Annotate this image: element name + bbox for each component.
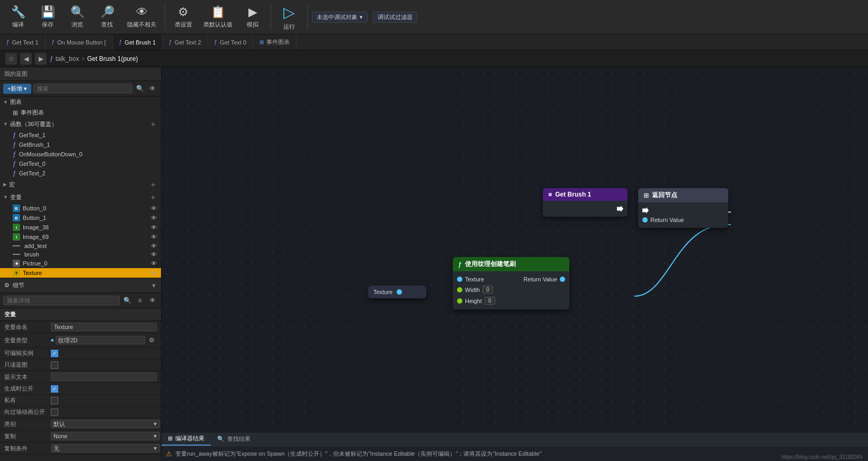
- browse-button[interactable]: 🔍 浏览: [64, 2, 91, 32]
- node-return[interactable]: ⊞ 返回节点 Return Value: [638, 188, 728, 228]
- sidebar-item-getText0[interactable]: ƒ GetText_0: [0, 159, 161, 169]
- node-return-icon: ⊞: [643, 192, 649, 199]
- var-eye-icon-4[interactable]: 👁: [151, 243, 157, 249]
- pin-texture-dot[interactable]: [457, 277, 462, 282]
- sidebar-item-getText1[interactable]: ƒ GetText_1: [0, 130, 161, 140]
- sidebar-item-event-graph[interactable]: ⊞ 事件图表: [0, 108, 161, 118]
- debug-filter-dropdown[interactable]: 未选中调试对象 ▾: [312, 12, 368, 23]
- view-options-icon[interactable]: 👁: [147, 83, 158, 94]
- add-variable-button[interactable]: +: [148, 192, 158, 202]
- prop-var-name-input[interactable]: [51, 323, 157, 331]
- prop-category-select[interactable]: 默认: [51, 420, 160, 428]
- find-button[interactable]: 🔎 查找: [93, 2, 121, 32]
- add-macro-button[interactable]: +: [148, 180, 158, 189]
- prop-expose-spawn-checkbox[interactable]: [51, 385, 58, 393]
- pin-exec-out[interactable]: [617, 206, 623, 212]
- debug-label[interactable]: 调试试过滤器: [373, 12, 417, 23]
- var-button1[interactable]: B Button_1 👁: [0, 213, 161, 223]
- var-type-settings-icon[interactable]: ⚙: [146, 335, 157, 345]
- breadcrumb-current: Get Brush 1(pure): [87, 55, 138, 63]
- compile-button[interactable]: 🔧 编译: [4, 2, 32, 32]
- node-create-brush[interactable]: ƒ 使用纹理创建笔刷 Texture Return Value: [453, 257, 569, 309]
- node-texture-out-pin[interactable]: [397, 289, 402, 295]
- tab-event-graph[interactable]: ⊞ 事件图表: [253, 34, 297, 50]
- class-settings-button[interactable]: ⚙ 类设置: [169, 2, 197, 32]
- pin-exec-in-arrow[interactable]: [642, 207, 649, 214]
- save-button[interactable]: 💾 保存: [34, 2, 61, 32]
- details-collapse-icon[interactable]: ▼: [151, 282, 157, 289]
- prop-rep-condition-select[interactable]: 无: [51, 444, 160, 453]
- add-function-button[interactable]: +: [148, 119, 158, 129]
- prop-private-checkbox[interactable]: [51, 397, 58, 404]
- run-icon: ▷: [283, 4, 295, 21]
- bottom-tab-find[interactable]: 🔍 查找结果: [211, 432, 257, 446]
- details-search-icon[interactable]: 🔍: [122, 295, 132, 306]
- var-image38[interactable]: I Image_38 👁: [0, 223, 161, 232]
- node-texture-var[interactable]: Texture: [368, 286, 426, 298]
- hide-button[interactable]: 👁 隐藏不相关: [123, 2, 160, 32]
- node-create-brush-header: ƒ 使用纹理创建笔刷: [453, 257, 569, 271]
- section-graph[interactable]: ▼ 图表: [0, 96, 161, 108]
- breadcrumb-back-button[interactable]: ◀: [20, 53, 32, 65]
- pin-return-dot[interactable]: [560, 277, 565, 282]
- var-button0[interactable]: B Button_0 👁: [0, 203, 161, 213]
- var-eye-icon-6[interactable]: 👁: [151, 260, 157, 267]
- node-get-brush-label: Get Brush 1: [555, 191, 591, 198]
- pin-return-label: Return Value: [524, 276, 557, 282]
- var-eye-icon-5[interactable]: 👁: [151, 251, 157, 258]
- search-input[interactable]: [33, 84, 132, 93]
- class-defaults-button[interactable]: 📋 类默认认值: [199, 2, 237, 32]
- var-pictrue0[interactable]: ★ Pictrue_0 👁: [0, 259, 161, 268]
- prop-tooltip-input[interactable]: [51, 373, 157, 381]
- var-eye-icon-0[interactable]: 👁: [151, 205, 157, 211]
- var-brush[interactable]: brush 👁: [0, 250, 161, 259]
- sidebar-item-getBrush1[interactable]: ƒ GetBrush_1: [0, 140, 161, 149]
- details-header: ⚙ 细节 ▼: [0, 278, 161, 293]
- main-area: 我的蓝图 +新增 ▾ 🔍 👁 ▼ 图表 ⊞ 事件图表 ▼ 函数（36可覆盖） +: [0, 67, 868, 461]
- var-eye-icon-1[interactable]: 👁: [151, 215, 157, 221]
- pin-row-return-exec: [638, 206, 728, 215]
- search-bar: +新增 ▾ 🔍 👁: [0, 81, 161, 96]
- run-button[interactable]: ▷ 运行: [275, 2, 303, 32]
- bottom-tab-compiler[interactable]: ⊞ 编译器结果: [162, 432, 211, 446]
- var-image69[interactable]: I Image_69 👁: [0, 232, 161, 242]
- tab-get-text-0[interactable]: ƒ Get Text 0: [208, 34, 254, 50]
- var-eye-icon-2[interactable]: 👁: [151, 224, 157, 230]
- class-defaults-icon: 📋: [211, 5, 225, 19]
- prop-replication-select[interactable]: None: [51, 432, 160, 440]
- sidebar-item-onMouseButtonDown[interactable]: ƒ OnMouseButtonDown_0: [0, 149, 161, 159]
- tab-get-text-2[interactable]: ƒ Get Text 2: [163, 34, 208, 50]
- prop-cinematic-checkbox[interactable]: [51, 409, 58, 416]
- node-get-brush-1[interactable]: ■ Get Brush 1: [543, 188, 628, 217]
- var-eye-icon-7[interactable]: 👁: [151, 270, 157, 276]
- details-search-input[interactable]: [3, 296, 120, 305]
- breadcrumb-forward-button[interactable]: ▶: [35, 53, 47, 65]
- details-view-icon[interactable]: 👁: [147, 295, 158, 306]
- search-icon[interactable]: 🔍: [135, 83, 145, 94]
- var-texture[interactable]: T Texture 👁: [0, 268, 161, 278]
- pin-return-value-dot[interactable]: [642, 217, 648, 223]
- tab-get-text-1[interactable]: ƒ Get Text 1: [0, 34, 46, 50]
- tab-on-mouse-button[interactable]: ƒ On Mouse Button [: [46, 34, 113, 50]
- pin-row-texture: Texture Return Value: [453, 274, 569, 284]
- prop-var-type-select[interactable]: 纹理2D: [56, 336, 145, 344]
- var-icon-image38: I: [13, 224, 20, 231]
- new-add-button[interactable]: +新增 ▾: [3, 84, 31, 94]
- prop-editable-checkbox[interactable]: [51, 350, 58, 357]
- prop-readonly-checkbox[interactable]: [51, 361, 58, 369]
- var-add-text[interactable]: add_text 👁: [0, 242, 161, 250]
- sidebar-item-getText2[interactable]: ƒ GetText_2: [0, 169, 161, 178]
- canvas-area[interactable]: Texture ƒ 使用纹理创建笔刷 Texture Return V: [162, 67, 868, 461]
- var-eye-icon-3[interactable]: 👁: [151, 234, 157, 240]
- back-button[interactable]: ☆: [5, 53, 17, 65]
- section-functions[interactable]: ▼ 函数（36可覆盖） +: [0, 118, 161, 130]
- simulate-button[interactable]: ▶ 模拟: [239, 2, 266, 32]
- tab-get-brush-1[interactable]: ƒ Get Brush 1: [113, 34, 163, 50]
- details-list-icon[interactable]: ≡: [135, 295, 145, 306]
- pin-height-dot[interactable]: [457, 298, 462, 304]
- pin-width-dot[interactable]: [457, 287, 462, 292]
- section-variables[interactable]: ▼ 变量 +: [0, 191, 161, 203]
- section-macros[interactable]: ▶ 宏 +: [0, 178, 161, 191]
- details-settings-icon: ⚙: [4, 282, 10, 289]
- breadcrumb-separator: >: [81, 55, 85, 63]
